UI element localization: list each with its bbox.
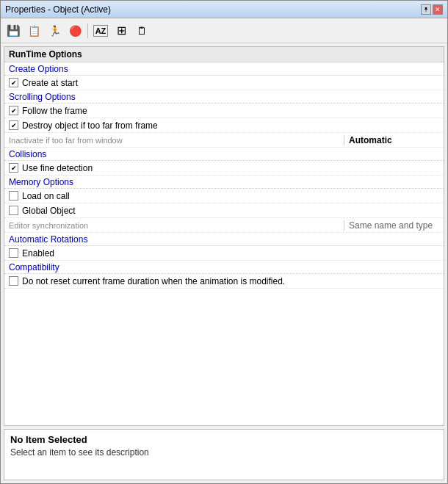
toolbar-button-copy[interactable]: 📋: [24, 21, 43, 40]
note-icon: 🗒: [137, 25, 147, 37]
label-create-at-start: Create at start: [22, 78, 78, 88]
row-no-reset-frame: Do not reset current frame duration when…: [4, 274, 444, 289]
row-enabled-rotation: Enabled: [4, 246, 444, 261]
label-destroy-object: Destroy object if too far from frame: [22, 120, 158, 131]
toolbar: 💾 📋 🏃 🔴 AZ ⊞ 🗒: [1, 18, 447, 43]
copy-icon: 📋: [28, 25, 40, 37]
title-controls: 🖈 ✕: [421, 4, 443, 15]
info-panel: No Item Selected Select an item to see i…: [4, 429, 444, 480]
main-window: Properties - Object (Active) 🖈 ✕ 💾 📋 🏃 🔴…: [0, 0, 448, 484]
category-automatic-rotations: Automatic Rotations: [4, 233, 444, 246]
runtime-options-header: RunTime Options: [4, 47, 444, 62]
close-button[interactable]: ✕: [433, 4, 443, 15]
category-create-options: Create Options: [4, 62, 444, 76]
info-title: No Item Selected: [10, 434, 438, 445]
toolbar-button-save[interactable]: 💾: [4, 21, 23, 40]
checkbox-no-reset-frame[interactable]: [9, 276, 18, 286]
checkbox-global-object[interactable]: [9, 206, 18, 215]
toolbar-button-note[interactable]: 🗒: [132, 21, 151, 40]
toolbar-button-az[interactable]: AZ: [91, 21, 110, 40]
row-global-object: Global Object: [4, 203, 444, 218]
category-scrolling-options: Scrolling Options: [4, 90, 444, 104]
run-icon: 🏃: [48, 25, 61, 37]
stop-icon: 🔴: [69, 25, 82, 37]
toolbar-button-stop[interactable]: 🔴: [65, 21, 84, 40]
window-title: Properties - Object (Active): [5, 4, 111, 15]
toolbar-button-grid[interactable]: ⊞: [112, 21, 131, 40]
category-collisions: Collisions: [4, 148, 444, 161]
value-editor-sync: Same name and type: [344, 220, 439, 231]
row-follow-frame: Follow the frame: [4, 104, 444, 118]
label-inactivate: Inactivate if too far from window: [9, 136, 344, 145]
az-icon: AZ: [93, 25, 109, 37]
category-compatibility: Compatibility: [4, 261, 444, 274]
info-description: Select an item to see its description: [10, 447, 438, 458]
row-editor-sync: Editor synchronization Same name and typ…: [4, 218, 444, 233]
toolbar-separator-1: [87, 24, 88, 38]
pin-button[interactable]: 🖈: [421, 4, 431, 15]
properties-panel: RunTime Options Create Options Create at…: [4, 46, 444, 426]
checkbox-follow-frame[interactable]: [9, 106, 18, 115]
grid-icon: ⊞: [117, 24, 126, 37]
category-memory-options: Memory Options: [4, 176, 444, 189]
main-content: RunTime Options Create Options Create at…: [1, 43, 447, 483]
row-create-at-start: Create at start: [4, 76, 444, 90]
row-inactivate: Inactivate if too far from window Automa…: [4, 133, 444, 148]
checkbox-fine-detection[interactable]: [9, 163, 18, 173]
checkbox-create-at-start[interactable]: [9, 78, 18, 87]
label-enabled-rotation: Enabled: [22, 248, 54, 259]
label-editor-sync: Editor synchronization: [9, 221, 344, 230]
label-follow-frame: Follow the frame: [22, 106, 87, 116]
label-no-reset-frame: Do not reset current frame duration when…: [22, 276, 285, 286]
row-destroy-object: Destroy object if too far from frame: [4, 118, 444, 133]
checkbox-load-on-call[interactable]: [9, 191, 18, 201]
toolbar-button-run[interactable]: 🏃: [45, 21, 64, 40]
checkbox-destroy-object[interactable]: [9, 120, 18, 130]
checkbox-enabled-rotation[interactable]: [9, 248, 18, 258]
label-global-object: Global Object: [22, 206, 76, 216]
row-fine-detection: Use fine detection: [4, 161, 444, 176]
label-load-on-call: Load on call: [22, 191, 70, 201]
save-icon: 💾: [7, 24, 21, 37]
value-inactivate[interactable]: Automatic: [344, 135, 439, 145]
label-fine-detection: Use fine detection: [22, 163, 93, 173]
row-load-on-call: Load on call: [4, 189, 444, 203]
title-bar: Properties - Object (Active) 🖈 ✕: [1, 1, 447, 18]
